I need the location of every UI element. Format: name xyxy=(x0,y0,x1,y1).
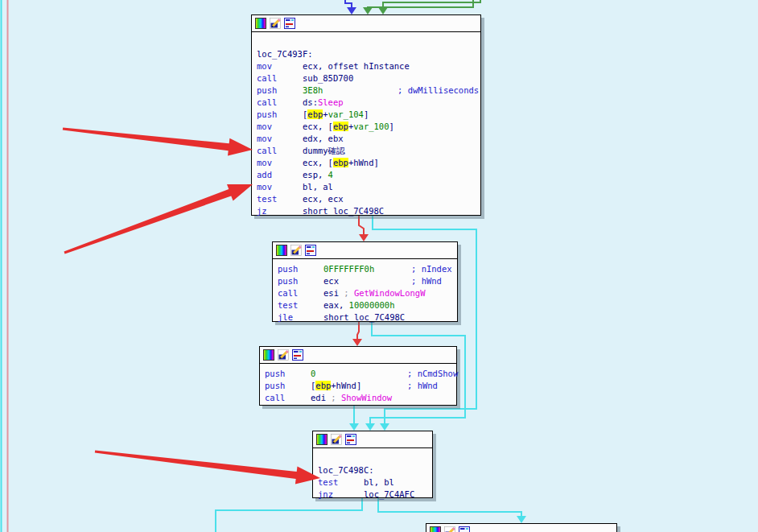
annotation-arrow-call-dummy xyxy=(63,128,253,156)
annotation-arrow-test-bl-bl xyxy=(95,451,320,485)
annotation-arrows-layer xyxy=(0,0,758,532)
annotation-arrow-mov-bl-al xyxy=(64,184,253,254)
graph-view-canvas[interactable]: loc_7C493F:movecx, offset hInstancecalls… xyxy=(0,0,758,532)
